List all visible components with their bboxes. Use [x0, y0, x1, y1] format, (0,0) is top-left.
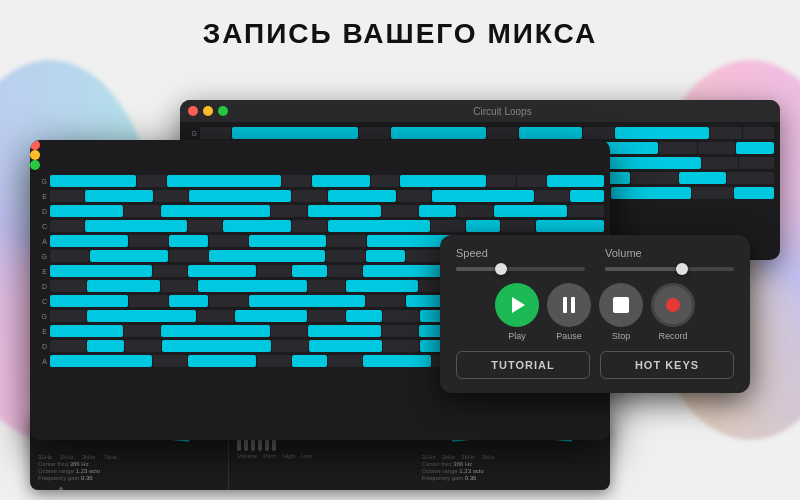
eq-center-freq-1: Center freq 386 Hz [38, 461, 220, 467]
volume-slider-group: Volume [605, 247, 734, 271]
play-group: Play [495, 283, 539, 341]
seq-row-g1: G [36, 174, 604, 188]
pause-icon [563, 297, 575, 313]
play-button[interactable] [495, 283, 539, 327]
pause-button[interactable] [547, 283, 591, 327]
transport-buttons: Play Pause Stop Record [456, 283, 734, 341]
speed-slider-group: Speed [456, 247, 585, 271]
play-label: Play [508, 331, 526, 341]
dot-green-back [218, 106, 228, 116]
speed-track[interactable] [456, 267, 585, 271]
tutorial-button[interactable]: TUTORIAL [456, 351, 590, 379]
eq-faders-1 [38, 483, 220, 490]
eq-center-freq-2: Center freq 386 Hz [422, 461, 602, 467]
volume-thumb[interactable] [676, 263, 688, 275]
stop-group: Stop [599, 283, 643, 341]
record-label: Record [658, 331, 687, 341]
eq-freq-gain-1: Frequency gain 0.36 [38, 475, 220, 481]
eq-freq-labels-1: 31Hz 1kHz 3kHz 7kHz [38, 454, 220, 460]
page-title: ЗАПИСЬ ВАШЕГО МИКСА [0, 18, 800, 50]
sliders-row: Speed Volume [456, 247, 734, 271]
hotkeys-button[interactable]: HOT KEYS [600, 351, 734, 379]
action-buttons: TUTORIAL HOT KEYS [456, 351, 734, 379]
volume-track[interactable] [605, 267, 734, 271]
seq-row-e1: E [36, 189, 604, 203]
pause-group: Pause [547, 283, 591, 341]
eq-freq-labels-2: 31Hz 1kHz 3kHz 7kHz [422, 454, 602, 460]
volume-label: Volume [605, 247, 734, 259]
speed-label: Speed [456, 247, 585, 259]
titlebar-label-back: Circuit Loops [233, 106, 772, 117]
seq-row-d1: D [36, 204, 604, 218]
titlebar-main [30, 140, 610, 170]
dot-green-main [30, 160, 40, 170]
play-icon [512, 297, 525, 313]
stop-label: Stop [612, 331, 631, 341]
pause-label: Pause [556, 331, 582, 341]
seq-row-c1: C [36, 219, 604, 233]
seq-row-back-1: G [186, 126, 774, 140]
eq-octave-1: Octave range 1.23 octv [38, 468, 220, 474]
eq-octave-2: Octave range 1.23 octv [422, 468, 602, 474]
dot-yellow-main [30, 150, 40, 160]
record-group: Record [651, 283, 695, 341]
titlebar-back: Circuit Loops [180, 100, 780, 122]
eq-freq-gain-2: Frequency gain 0.36 [422, 475, 602, 481]
speed-thumb[interactable] [495, 263, 507, 275]
stop-icon [613, 297, 629, 313]
dot-red-back [188, 106, 198, 116]
dot-yellow-back [203, 106, 213, 116]
record-button[interactable] [651, 283, 695, 327]
stop-button[interactable] [599, 283, 643, 327]
control-panel: Speed Volume Play [440, 235, 750, 393]
